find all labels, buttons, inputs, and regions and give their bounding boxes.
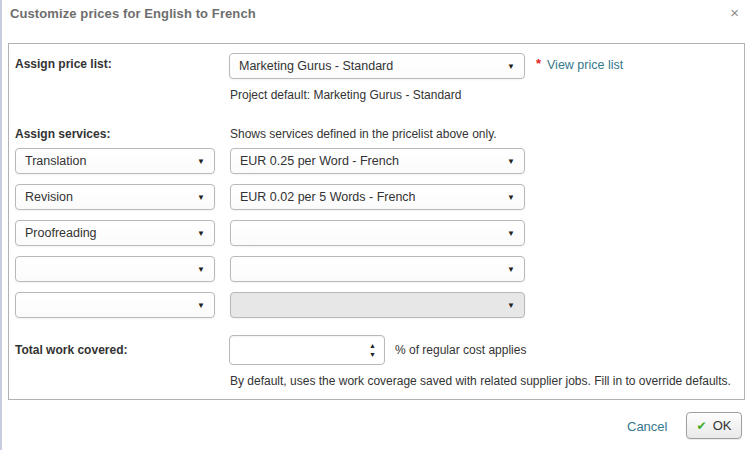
price-select-1[interactable]: EUR 0.25 per Word - French ▼: [230, 148, 525, 174]
service-select-1[interactable]: Translation ▼: [15, 148, 215, 174]
price-select-2-value: EUR 0.02 per 5 Words - French: [240, 190, 501, 204]
work-covered-input[interactable]: [232, 336, 369, 364]
services-label: Assign services:: [15, 127, 110, 141]
chevron-down-icon: ▼: [197, 301, 205, 310]
dialog-body: Assign price list: Marketing Gurus - Sta…: [8, 43, 745, 400]
price-list-selected-value: Marketing Gurus - Standard: [239, 59, 501, 73]
chevron-down-icon: ▼: [507, 62, 515, 71]
spinner-arrows[interactable]: ▲ ▼: [369, 342, 376, 358]
service-select-3[interactable]: Proofreading ▼: [15, 220, 215, 246]
price-list-label: Assign price list:: [15, 57, 112, 71]
work-covered-label: Total work covered:: [15, 343, 127, 357]
service-select-2-value: Revision: [25, 190, 191, 204]
chevron-down-icon: ▼: [197, 265, 205, 274]
chevron-down-icon: ▼: [507, 265, 515, 274]
price-select-4[interactable]: ▼: [230, 256, 525, 282]
work-covered-hint: By default, uses the work coverage saved…: [230, 374, 731, 388]
price-list-select[interactable]: Marketing Gurus - Standard ▼: [229, 53, 525, 79]
chevron-down-icon: ▼: [507, 157, 515, 166]
close-icon[interactable]: ×: [730, 5, 739, 20]
price-select-1-value: EUR 0.25 per Word - French: [240, 154, 501, 168]
chevron-down-icon: ▼: [197, 193, 205, 202]
chevron-down-icon: ▼: [507, 229, 515, 238]
required-asterisk: *: [536, 56, 541, 71]
chevron-down-icon: ▼: [197, 229, 205, 238]
dialog-left-edge: [0, 0, 2, 450]
work-covered-spinner[interactable]: ▲ ▼: [229, 335, 385, 365]
cancel-button[interactable]: Cancel: [627, 419, 667, 434]
price-select-2[interactable]: EUR 0.02 per 5 Words - French ▼: [230, 184, 525, 210]
service-select-1-value: Translation: [25, 154, 191, 168]
chevron-down-icon: ▼: [507, 301, 515, 310]
ok-button[interactable]: ✔ OK: [686, 412, 742, 439]
project-default-text: Project default: Marketing Gurus - Stand…: [230, 88, 461, 102]
service-select-2[interactable]: Revision ▼: [15, 184, 215, 210]
view-price-list-link[interactable]: View price list: [547, 58, 623, 72]
spinner-down-icon[interactable]: ▼: [369, 351, 376, 358]
check-icon: ✔: [697, 420, 707, 432]
services-hint: Shows services defined in the pricelist …: [230, 127, 497, 141]
service-select-3-value: Proofreading: [25, 226, 191, 240]
work-covered-suffix: % of regular cost applies: [395, 343, 526, 357]
chevron-down-icon: ▼: [197, 157, 205, 166]
service-select-4[interactable]: ▼: [15, 256, 215, 282]
service-select-5[interactable]: ▼: [15, 292, 215, 318]
spinner-up-icon[interactable]: ▲: [369, 342, 376, 349]
ok-button-label: OK: [713, 418, 732, 433]
chevron-down-icon: ▼: [507, 193, 515, 202]
price-select-5: ▼: [230, 292, 525, 318]
dialog-title: Customize prices for English to French: [10, 6, 256, 21]
price-select-3[interactable]: ▼: [230, 220, 525, 246]
